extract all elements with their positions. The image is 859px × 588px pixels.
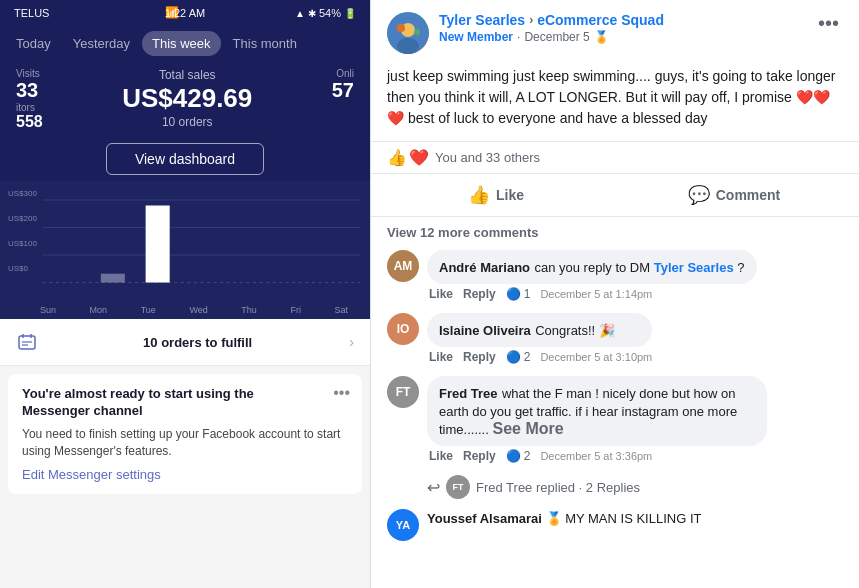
fred-bubble: Fred Tree what the F man ! nicely done b… bbox=[427, 376, 767, 446]
chart-x-labels: Sun Mon Tue Wed Thu Fri Sat bbox=[10, 303, 360, 319]
bottom-section: 10 orders to fulfill › ••• You're almost… bbox=[0, 319, 370, 588]
x-label-mon: Mon bbox=[90, 305, 108, 315]
orders-count-bold: 10 orders bbox=[143, 335, 202, 350]
fred-like-link[interactable]: Like bbox=[429, 449, 453, 463]
orders-icon bbox=[16, 331, 38, 353]
visits-stat: Visits 33 itors 558 bbox=[16, 68, 43, 131]
view-dashboard-button[interactable]: View dashboard bbox=[106, 143, 264, 175]
sales-summary: Visits 33 itors 558 Total sales US$429.6… bbox=[0, 62, 370, 181]
reactions-bar: 👍 ❤️ You and 33 others bbox=[371, 141, 859, 174]
post-header: Tyler Searles › eCommerce Squad New Memb… bbox=[371, 0, 859, 62]
chart-svg bbox=[10, 189, 360, 299]
messenger-card-body: You need to finish setting up your Faceb… bbox=[22, 426, 348, 460]
fred-reply-row: ↩ FT Fred Tree replied · 2 Replies bbox=[427, 475, 843, 499]
messenger-card-title: You're almost ready to start using the M… bbox=[22, 386, 315, 420]
total-sales-label: Total sales bbox=[43, 68, 332, 82]
itors-label: itors bbox=[16, 102, 43, 113]
andre-comment-content: André Mariano can you reply to DM Tyler … bbox=[427, 250, 757, 301]
svg-rect-6 bbox=[146, 206, 170, 283]
reply-arrow-icon: ↩ bbox=[427, 478, 440, 497]
fred-avatar: FT bbox=[387, 376, 419, 408]
tab-today[interactable]: Today bbox=[6, 31, 61, 56]
andre-reply-link[interactable]: Reply bbox=[463, 287, 496, 301]
tab-this-month[interactable]: This month bbox=[223, 31, 307, 56]
islaine-reply-link[interactable]: Reply bbox=[463, 350, 496, 364]
online-stat: Onli 57 bbox=[332, 68, 354, 131]
reaction-count[interactable]: You and 33 others bbox=[435, 150, 540, 165]
youssef-author: Youssef Alsamarai 🏅 bbox=[427, 511, 565, 526]
fred-count: 2 bbox=[524, 449, 531, 463]
y-label-100: US$100 bbox=[8, 239, 37, 248]
orders-count: 10 orders bbox=[43, 115, 332, 129]
andre-actions: Like Reply 🔵 1 December 5 at 1:14pm bbox=[427, 287, 757, 301]
facebook-post-panel: Tyler Searles › eCommerce Squad New Memb… bbox=[370, 0, 859, 588]
chevron-right-icon: › bbox=[349, 334, 354, 350]
fred-see-more[interactable]: See More bbox=[492, 420, 563, 437]
post-group-name[interactable]: eCommerce Squad bbox=[537, 12, 664, 28]
bluetooth-icon: ✱ bbox=[308, 8, 316, 19]
tab-yesterday[interactable]: Yesterday bbox=[63, 31, 140, 56]
heart-reaction-icon: ❤️ bbox=[409, 148, 429, 167]
svg-point-20 bbox=[414, 29, 420, 35]
comment-button-label: Comment bbox=[716, 187, 781, 203]
fred-blue-icon: 🔵 bbox=[506, 449, 521, 463]
fred-reply-text[interactable]: Fred Tree replied · 2 Replies bbox=[476, 480, 640, 495]
comment-button[interactable]: 💬 Comment bbox=[617, 176, 851, 214]
islaine-like-link[interactable]: Like bbox=[429, 350, 453, 364]
carrier-label: TELUS bbox=[14, 7, 49, 19]
x-label-sat: Sat bbox=[334, 305, 348, 315]
post-options-button[interactable]: ••• bbox=[814, 12, 843, 35]
battery-icons: ▲ ✱ 54% 🔋 bbox=[295, 7, 356, 19]
messenger-card: ••• You're almost ready to start using t… bbox=[8, 374, 362, 494]
post-author-name[interactable]: Tyler Searles bbox=[439, 12, 525, 28]
date-range-tabs: Today Yesterday This week This month bbox=[0, 23, 370, 62]
islaine-text: Congrats!! 🎉 bbox=[535, 323, 615, 338]
battery-icon: 🔋 bbox=[344, 8, 356, 19]
tab-this-week[interactable]: This week bbox=[142, 31, 221, 56]
itors-value: 558 bbox=[16, 113, 43, 131]
andre-like-link[interactable]: Like bbox=[429, 287, 453, 301]
andre-mention[interactable]: Tyler Searles bbox=[654, 260, 734, 275]
post-meta: Tyler Searles › eCommerce Squad New Memb… bbox=[439, 12, 804, 44]
chart-y-labels: US$300 US$200 US$100 US$0 bbox=[8, 189, 37, 273]
islaine-time: December 5 at 3:10pm bbox=[540, 351, 652, 363]
andre-reaction-count: 🔵 1 bbox=[506, 287, 531, 301]
like-button[interactable]: 👍 Like bbox=[379, 176, 613, 214]
youssef-name: Youssef Alsamarai bbox=[427, 511, 542, 526]
like-reaction-icon: 👍 bbox=[387, 148, 407, 167]
visits-label: Visits bbox=[16, 68, 43, 79]
youssef-avatar: YA bbox=[387, 509, 419, 541]
andre-avatar: AM bbox=[387, 250, 419, 282]
orders-fulfill-rest: to fulfill bbox=[205, 335, 252, 350]
blue-reaction-icon: 🔵 bbox=[506, 287, 521, 301]
svg-point-19 bbox=[397, 24, 405, 32]
islaine-reaction-count: 🔵 2 bbox=[506, 350, 531, 364]
edit-messenger-link[interactable]: Edit Messenger settings bbox=[22, 467, 348, 482]
view-more-comments[interactable]: View 12 more comments bbox=[387, 225, 843, 240]
y-label-200: US$200 bbox=[8, 214, 37, 223]
comment-button-icon: 💬 bbox=[688, 184, 710, 206]
y-label-300: US$300 bbox=[8, 189, 37, 198]
fred-reply-avatar: FT bbox=[446, 475, 470, 499]
fred-comment-content: Fred Tree what the F man ! nicely done b… bbox=[427, 376, 767, 463]
status-time: 1:22 AM bbox=[165, 7, 205, 19]
comment-fred: FT Fred Tree what the F man ! nicely don… bbox=[387, 376, 843, 463]
fred-reply-link[interactable]: Reply bbox=[463, 449, 496, 463]
post-date: December 5 bbox=[524, 30, 589, 44]
x-label-sun: Sun bbox=[40, 305, 56, 315]
orders-fulfill-row[interactable]: 10 orders to fulfill › bbox=[0, 319, 370, 366]
comment-youssef: YA Youssef Alsamarai 🏅 MY MAN IS KILLING… bbox=[387, 509, 843, 541]
messenger-card-options[interactable]: ••• bbox=[333, 384, 350, 402]
youssef-text: MY MAN IS KILLING IT bbox=[565, 511, 701, 526]
islaine-count: 2 bbox=[524, 350, 531, 364]
new-member-badge: New Member · December 5 🏅 bbox=[439, 30, 804, 44]
andre-text-before: can you reply to DM bbox=[534, 260, 653, 275]
svg-rect-5 bbox=[101, 274, 125, 283]
status-bar: TELUS 📶 1:22 AM ▲ ✱ 54% 🔋 bbox=[0, 0, 370, 23]
arrow-icon: › bbox=[529, 13, 533, 27]
comment-islaine: IO Islaine Oliveira Congrats!! 🎉 Like Re… bbox=[387, 313, 843, 364]
signal-icon: ▲ bbox=[295, 8, 305, 19]
andre-count: 1 bbox=[524, 287, 531, 301]
youssef-content: Youssef Alsamarai 🏅 MY MAN IS KILLING IT bbox=[427, 509, 701, 527]
post-author-line: Tyler Searles › eCommerce Squad bbox=[439, 12, 804, 28]
